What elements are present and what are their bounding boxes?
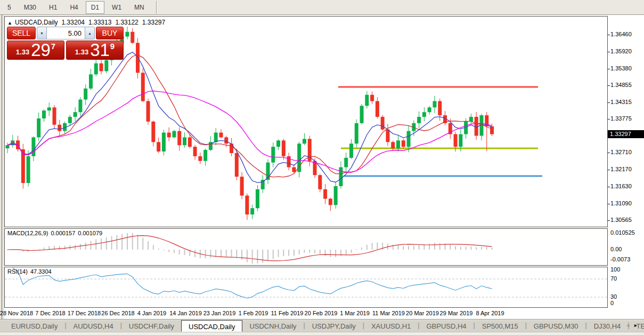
tab-xauusd-h1[interactable]: XAUUSD,H1	[364, 320, 418, 332]
buy-price-pip: 9	[110, 42, 115, 51]
buy-button[interactable]: BUY	[96, 27, 124, 39]
volume-increase-button[interactable]: ▲	[85, 27, 94, 39]
volume-stepper: ▼ 5.00 ▲	[37, 27, 95, 39]
price-axis-tick	[608, 35, 610, 35]
price-axis-label: 1.35380	[610, 65, 632, 71]
macd-histogram	[7, 233, 493, 264]
macd-indicator-label: MACD(12,26,9)0.0001570.001079	[7, 230, 105, 236]
chart-tabs: EURUSD,Daily|AUDUSD,H4|USDCHF,DailyUSDCA…	[0, 320, 644, 332]
price-axis-tick	[608, 102, 610, 103]
date-axis-label: 17 Dec 2018	[68, 310, 101, 316]
date-axis-label: 11 Mar 2019	[372, 310, 405, 316]
rsi-value: 47.3304	[30, 268, 52, 275]
price-axis-label: 1.30565	[610, 217, 632, 223]
price-axis-label: 1.32170	[610, 166, 632, 172]
sell-button[interactable]: SELL	[7, 27, 36, 39]
macd-axis-label: -0.0073	[610, 256, 630, 262]
ohlc-high: 1.33313	[88, 19, 111, 26]
tab-usdjpy-daily[interactable]: USDJPY,Daily	[305, 320, 363, 332]
timeframe-button-h1[interactable]: H1	[44, 1, 62, 14]
toolbar-separator	[156, 1, 157, 14]
ohlc-low: 1.33122	[115, 19, 138, 26]
mt4-window: 5M30H1H4D1W1MN ▲USDCAD,Daily1.332041.333…	[0, 0, 644, 335]
price-axis-label: 1.31090	[610, 200, 632, 206]
date-axis-label: 8 Apr 2019	[476, 310, 504, 316]
collapse-triangle-icon[interactable]: ▲	[7, 20, 12, 26]
timeframe-button-d1[interactable]: D1	[86, 1, 104, 14]
current-price-tag: 1.33297	[608, 130, 644, 138]
date-axis-label: 20 Mar 2019	[406, 310, 439, 316]
macd-axis-label: 0.010525	[610, 229, 635, 236]
date-axis-label: 23 Jan 2019	[203, 310, 236, 316]
symbol-title: USDCAD,Daily	[15, 19, 58, 26]
symbol-header: ▲USDCAD,Daily1.332041.333131.331221.3329…	[7, 19, 165, 26]
sell-price-button[interactable]: 1.33 29 7	[7, 41, 64, 60]
tab-usdcnh-daily[interactable]: USDCNH,Daily	[242, 320, 303, 332]
buy-price-big: 31	[90, 41, 110, 59]
tab-eurusd-daily[interactable]: EURUSD,Daily	[4, 320, 64, 332]
ohlc-close: 1.33297	[142, 19, 165, 26]
price-axis-tick	[608, 187, 610, 187]
timeframe-button-h4[interactable]: H4	[64, 1, 83, 14]
tab-audusd-h4[interactable]: AUDUSD,H4	[67, 320, 120, 332]
tab-usdcad-daily[interactable]: USDCAD,Daily	[181, 320, 242, 332]
timeframe-toolbar: 5M30H1H4D1W1MN	[0, 0, 644, 15]
timeframe-button-w1[interactable]: W1	[107, 1, 127, 14]
price-axis-label: 1.32710	[610, 149, 632, 155]
rsi-line	[13, 268, 492, 298]
rsi-name: RSI(14)	[7, 268, 28, 275]
price-axis-tick	[608, 69, 610, 69]
macd-value: 0.000157	[51, 230, 75, 236]
tab-usdchf-daily[interactable]: USDCHF,Daily	[122, 320, 181, 332]
price-axis-tick	[608, 170, 610, 170]
tab-gbpusd-h4[interactable]: GBPUSD,H4	[419, 320, 473, 332]
rsi-axis-label: 70	[610, 275, 617, 282]
sell-price-pip: 7	[51, 42, 55, 51]
ohlc-open: 1.33204	[62, 19, 85, 26]
date-axis-label: 7 Dec 2018	[35, 310, 65, 316]
price-axis-label: 1.31630	[610, 183, 632, 189]
sell-price-prefix: 1.33	[16, 48, 29, 56]
date-axis-label: 28 Nov 2018	[0, 310, 33, 316]
price-axis-label: 1.35920	[610, 48, 632, 54]
price-axis-label: 1.36460	[610, 31, 632, 37]
rsi-pane[interactable]	[4, 267, 608, 308]
tab-scroll-right-icon[interactable]: ►	[633, 323, 641, 328]
sell-price-big: 29	[31, 41, 51, 59]
macd-signal-value: 0.001079	[78, 230, 102, 236]
rsi-indicator-label: RSI(14)47.3304	[7, 268, 54, 275]
price-axis-label: 1.33775	[610, 115, 632, 122]
chart-tab-bar: EURUSD,Daily|AUDUSD,H4|USDCHF,DailyUSDCA…	[0, 319, 644, 335]
date-axis-label: 29 Mar 2019	[440, 310, 473, 316]
price-axis-tick	[608, 52, 610, 52]
volume-field[interactable]: 5.00	[47, 27, 85, 39]
rsi-chart[interactable]	[5, 267, 607, 307]
date-axis-label: 1 Feb 2019	[239, 310, 268, 316]
macd-axis-label: 0.00	[610, 246, 622, 252]
window-frame-line	[2, 15, 2, 319]
tab-dj30-h4[interactable]: DJ30,H4	[587, 320, 628, 332]
price-axis-tick	[608, 119, 610, 119]
rsi-axis-label: 100	[610, 266, 620, 273]
tab-sp500-m15[interactable]: SP500,M15	[475, 320, 525, 332]
timeframe-button-m30[interactable]: M30	[19, 1, 42, 14]
price-axis-tick	[608, 220, 610, 221]
buy-price-button[interactable]: 1.33 31 9	[66, 41, 124, 60]
tab-gbpusd-m30[interactable]: GBPUSD,M30	[527, 320, 585, 332]
macd-name: MACD(12,26,9)	[7, 230, 48, 236]
price-axis-tick	[608, 153, 610, 153]
rsi-axis-label: 30	[610, 293, 617, 300]
timeframe-button-5[interactable]: 5	[2, 1, 17, 14]
buy-price-prefix: 1.33	[75, 48, 88, 56]
price-axis-label: 1.34855	[610, 82, 632, 88]
tab-scroll-left-icon[interactable]: ◄	[625, 323, 633, 328]
date-axis-label: 14 Jan 2019	[169, 310, 202, 316]
volume-decrease-button[interactable]: ▼	[37, 27, 47, 39]
tab-scroll-arrows: ◄►	[625, 323, 641, 328]
timeframe-button-mn[interactable]: MN	[129, 1, 150, 14]
price-axis-tick	[608, 204, 610, 204]
price-axis-label: 1.34315	[610, 99, 632, 105]
date-axis-label: 11 Feb 2019	[271, 310, 304, 316]
date-axis-label: 4 Jan 2019	[137, 310, 166, 316]
date-axis-label: 26 Dec 2018	[101, 310, 134, 316]
